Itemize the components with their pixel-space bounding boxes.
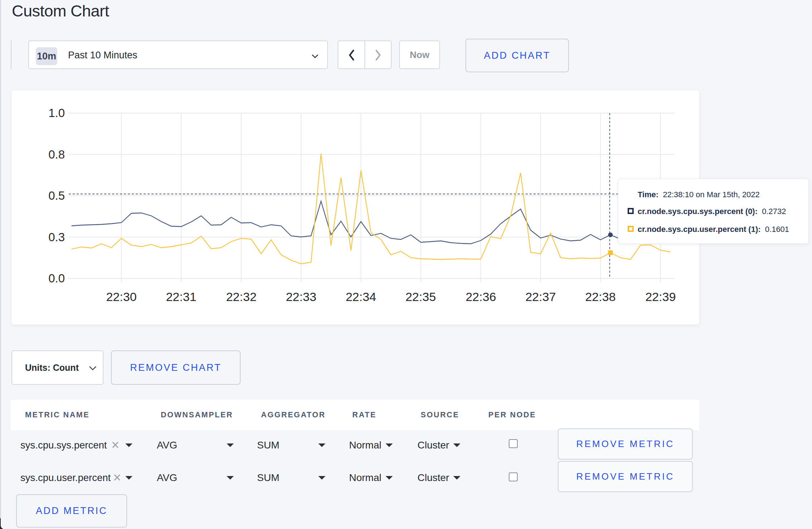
svg-text:22:34: 22:34 — [345, 290, 376, 304]
svg-text:22:33: 22:33 — [286, 290, 316, 304]
svg-text:0.5: 0.5 — [48, 189, 65, 202]
svg-text:22:37: 22:37 — [525, 290, 556, 304]
svg-text:22:32: 22:32 — [226, 290, 256, 304]
svg-text:22:38: 22:38 — [585, 290, 615, 304]
svg-text:0.0: 0.0 — [48, 272, 65, 285]
svg-text:22:39: 22:39 — [645, 290, 676, 304]
svg-text:0.8: 0.8 — [48, 148, 65, 161]
svg-text:1.0: 1.0 — [48, 106, 65, 120]
svg-text:0.3: 0.3 — [48, 230, 65, 244]
svg-text:22:30: 22:30 — [106, 290, 136, 304]
svg-text:22:36: 22:36 — [465, 290, 496, 304]
svg-text:22:35: 22:35 — [405, 290, 436, 304]
svg-text:22:31: 22:31 — [166, 290, 196, 304]
